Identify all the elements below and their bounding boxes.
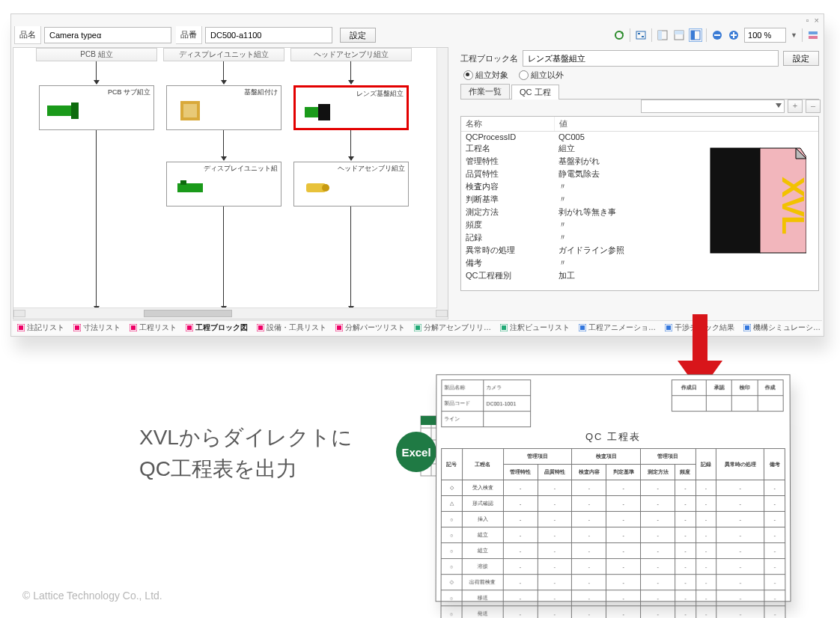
svg-rect-1 <box>636 31 645 39</box>
radio-other[interactable]: 組立以外 <box>519 70 564 81</box>
product-name-input[interactable] <box>44 27 171 43</box>
zoom-input[interactable] <box>744 28 786 43</box>
tab-icon <box>414 324 421 331</box>
tab-qc-process[interactable]: QC 工程 <box>511 85 559 100</box>
svg-rect-2 <box>638 33 640 34</box>
toolbar: ▼ <box>613 28 819 43</box>
scroll-thumb[interactable] <box>144 310 232 317</box>
prop-header-name: 名称 <box>461 117 555 131</box>
flow-arrow <box>223 130 224 160</box>
remove-button[interactable]: – <box>806 100 821 113</box>
tab-icon <box>335 324 343 331</box>
svg-rect-44 <box>416 325 420 330</box>
svg-rect-15 <box>809 31 818 34</box>
flow-node-head-asm[interactable]: ヘッドアセンブリ組立 <box>293 162 409 206</box>
bottom-tab[interactable]: 注釈ビューリスト <box>496 322 574 333</box>
svg-rect-27 <box>710 148 760 253</box>
flow-node-base-attach[interactable]: 基盤組付け <box>166 85 281 130</box>
flow-node-display-unit[interactable]: ディスプレイユニット組 <box>166 162 281 206</box>
flow-canvas[interactable]: PCB 組立 ディスプレイユニット組立 ヘッドアセンブリ組立 PCB サブ組立 … <box>13 47 448 319</box>
app-window: ▫ × 品名 品番 設定 ▼ PCB 組立 ディスプレイユニ <box>10 13 824 337</box>
flow-arrow <box>350 206 351 310</box>
property-dropdown[interactable] <box>641 100 785 113</box>
bottom-tab[interactable]: 機構シミュレーシ… <box>739 322 822 333</box>
flow-arrow <box>350 130 351 160</box>
block-name-label: 工程ブロック名 <box>460 53 518 64</box>
svg-rect-46 <box>502 325 506 330</box>
radio-dot-icon <box>519 70 529 80</box>
tab-icon <box>130 324 137 331</box>
horizontal-scrollbar[interactable] <box>13 308 448 319</box>
add-button[interactable]: + <box>788 100 803 113</box>
set-button[interactable]: 設定 <box>340 28 376 43</box>
zoom-in-icon[interactable] <box>728 29 740 41</box>
close-icon[interactable]: × <box>815 16 819 25</box>
refresh-icon[interactable] <box>613 29 625 41</box>
svg-rect-22 <box>318 104 330 120</box>
svg-rect-40 <box>258 325 263 330</box>
scroll-left-icon[interactable] <box>13 310 25 317</box>
flow-col-header: ディスプレイユニット組立 <box>163 48 284 61</box>
tab-worklist[interactable]: 作業一覧 <box>460 84 510 99</box>
zoom-out-icon[interactable] <box>711 29 723 41</box>
radio-target[interactable]: 組立対象 <box>463 70 508 81</box>
layout-2-icon[interactable] <box>673 29 685 41</box>
copyright: © Lattice Technology Co., Ltd. <box>22 590 162 602</box>
svg-text:Excel: Excel <box>401 446 430 459</box>
bottom-tab[interactable]: 注記リスト <box>13 322 69 333</box>
pin-icon[interactable]: ▫ <box>806 16 809 25</box>
zoom-dropdown-icon[interactable]: ▼ <box>791 31 797 39</box>
svg-rect-50 <box>666 325 671 330</box>
vertical-scrollbar[interactable] <box>436 48 448 308</box>
svg-rect-5 <box>658 31 662 40</box>
window-controls: ▫ × <box>803 16 819 25</box>
svg-rect-11 <box>714 34 720 36</box>
flow-arrow <box>223 206 224 310</box>
xvl-logo-icon: XVL <box>709 144 806 256</box>
svg-rect-34 <box>75 325 79 330</box>
qc-sheet: 作成日承認検印作成 製品名称カメラ 製品コードDC001-1001 ライン QC… <box>436 374 791 602</box>
flow-arrow <box>96 61 97 84</box>
property-row[interactable]: QC工程種別加工 <box>461 269 818 282</box>
product-code-input[interactable] <box>205 27 332 43</box>
svg-rect-48 <box>580 325 585 330</box>
svg-rect-32 <box>19 325 23 330</box>
tab-icon <box>743 324 751 331</box>
property-row[interactable]: 備考〃 <box>461 257 818 269</box>
bottom-tab[interactable]: 分解アセンブリリ… <box>410 322 496 333</box>
tab-icon <box>17 324 25 331</box>
diagram-icon[interactable] <box>635 29 647 41</box>
flow-col-header: PCB 組立 <box>36 48 157 61</box>
svg-rect-42 <box>337 325 341 330</box>
qc-table: 記号工程名管理項目検査項目管理項目記録異常時の処理備考管理特性品質特性検査内容判… <box>440 448 785 618</box>
property-row[interactable]: QCProcessIDQC005 <box>461 132 818 142</box>
svg-rect-16 <box>809 36 818 39</box>
svg-rect-7 <box>675 31 684 34</box>
tab-icon <box>257 324 264 331</box>
svg-rect-20 <box>183 104 197 117</box>
product-name-label: 品名 <box>14 26 41 44</box>
flow-arrow <box>223 61 224 84</box>
bottom-tab[interactable]: 寸法リスト <box>69 322 125 333</box>
layout-3-icon[interactable] <box>690 29 701 41</box>
block-name-input[interactable] <box>523 50 779 67</box>
flow-col-header: ヘッドアセンブリ組立 <box>290 48 412 61</box>
svg-rect-18 <box>71 103 79 119</box>
bottom-tab[interactable]: 分解パーツリスト <box>331 322 410 333</box>
flow-arrow <box>96 130 97 310</box>
radio-dot-icon <box>463 70 473 80</box>
scroll-right-icon[interactable] <box>436 310 448 317</box>
bottom-tab[interactable]: 設備・工具リスト <box>252 322 331 333</box>
tab-icon <box>665 324 672 331</box>
bottom-tab[interactable]: 工程リスト <box>125 322 181 333</box>
svg-rect-55 <box>693 314 707 364</box>
block-set-button[interactable]: 設定 <box>783 51 819 66</box>
flow-node-pcb-sub[interactable]: PCB サブ組立 <box>39 85 154 130</box>
settings-icon[interactable] <box>807 29 819 41</box>
bottom-tab[interactable]: 工程アニメーショ… <box>574 322 660 333</box>
svg-rect-24 <box>180 180 186 185</box>
layout-1-icon[interactable] <box>657 29 669 41</box>
bottom-tab[interactable]: 工程ブロック図 <box>181 322 252 333</box>
svg-rect-38 <box>187 325 192 330</box>
flow-node-lens-base-selected[interactable]: レンズ基盤組立 <box>293 85 409 130</box>
